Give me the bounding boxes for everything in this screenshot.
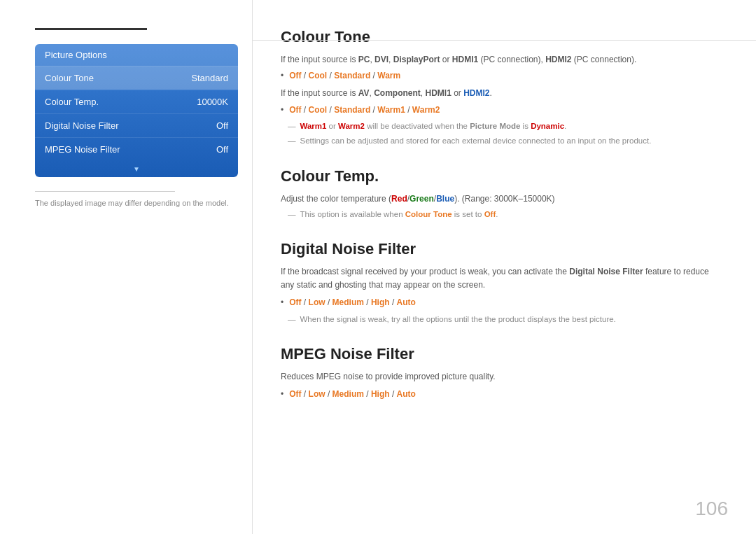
page-number: 106 [695, 498, 728, 520]
divider [35, 191, 175, 192]
top-line [35, 28, 147, 30]
section-body-digital-noise: If the broadcast signal received by your… [281, 265, 721, 325]
bullet-dot-4: • [281, 388, 284, 401]
section-title-mpeg-noise: MPEG Noise Filter [281, 345, 721, 363]
bullet-pc-options: • Off / Cool / Standard / Warm [281, 69, 721, 83]
menu-item-colour-temp[interactable]: Colour Temp. 10000K [35, 90, 238, 113]
menu-label-mpeg-noise: MPEG Noise Filter [45, 144, 120, 155]
menu-label-colour-tone: Colour Tone [45, 73, 94, 83]
menu-label-digital-noise: Digital Noise Filter [45, 120, 118, 131]
pc-options-text: Off / Cool / Standard / Warm [289, 69, 400, 83]
bullet-dnf-options: • Off / Low / Medium / High / Auto [281, 296, 721, 309]
mnf-options-text: Off / Low / Medium / High / Auto [289, 388, 416, 401]
menu-item-digital-noise[interactable]: Digital Noise Filter Off [35, 113, 238, 137]
right-panel: Colour Tone If the input source is PC, D… [252, 0, 756, 534]
menu-value-colour-tone: Standard [191, 73, 228, 83]
note-colour-tone-off: — This option is available when Colour T… [288, 208, 721, 220]
menu-label-colour-temp: Colour Temp. [45, 97, 99, 107]
dnf-options-text: Off / Low / Medium / High / Auto [289, 296, 416, 309]
section-colour-tone: Colour Tone If the input source is PC, D… [281, 28, 721, 148]
header-line [252, 40, 756, 41]
menu-value-digital-noise: Off [216, 120, 228, 131]
section-body-colour-temp: Adjust the color temperature (Red/Green/… [281, 192, 721, 221]
picture-options-box: Picture Options Colour Tone Standard Col… [35, 44, 238, 177]
page-container: Picture Options Colour Tone Standard Col… [0, 0, 756, 534]
section-digital-noise: Digital Noise Filter If the broadcast si… [281, 240, 721, 325]
bullet-dot-3: • [281, 296, 284, 309]
note-signal-weak: — When the signal is weak, try all the o… [288, 313, 721, 325]
av-options-text: Off / Cool / Standard / Warm1 / Warm2 [289, 104, 440, 117]
section-title-colour-tone: Colour Tone [281, 28, 721, 46]
note-settings-stored: — Settings can be adjusted and stored fo… [288, 134, 721, 147]
menu-item-colour-tone[interactable]: Colour Tone Standard [35, 66, 238, 90]
menu-value-colour-temp: 10000K [197, 97, 228, 107]
bullet-dot: • [281, 69, 284, 83]
section-colour-temp: Colour Temp. Adjust the color temperatur… [281, 167, 721, 221]
section-title-colour-temp: Colour Temp. [281, 167, 721, 185]
menu-item-mpeg-noise[interactable]: MPEG Noise Filter Off [35, 137, 238, 161]
bullet-av-options: • Off / Cool / Standard / Warm1 / Warm2 [281, 104, 721, 117]
section-mpeg-noise: MPEG Noise Filter Reduces MPEG noise to … [281, 345, 721, 401]
scroll-arrow-icon: ▼ [35, 161, 238, 177]
bullet-mnf-options: • Off / Low / Medium / High / Auto [281, 388, 721, 401]
section-body-mpeg-noise: Reduces MPEG noise to provide improved p… [281, 370, 721, 401]
menu-value-mpeg-noise: Off [216, 144, 228, 155]
model-note: The displayed image may differ depending… [35, 199, 231, 207]
picture-options-title: Picture Options [35, 44, 238, 66]
left-panel: Picture Options Colour Tone Standard Col… [0, 0, 252, 534]
note-warm-dynamic: — Warm1 or Warm2 will be deactivated whe… [288, 120, 721, 132]
bullet-dot-2: • [281, 104, 284, 117]
section-title-digital-noise: Digital Noise Filter [281, 240, 721, 258]
section-body-colour-tone: If the input source is PC, DVI, DisplayP… [281, 53, 721, 148]
